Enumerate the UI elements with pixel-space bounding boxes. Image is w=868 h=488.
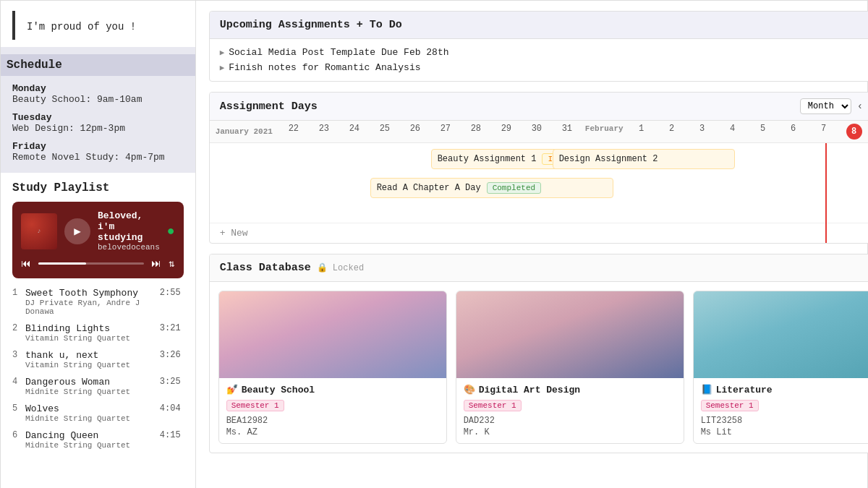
date-cell[interactable]: 25	[370, 121, 400, 142]
prev-arrow[interactable]: ‹	[857, 100, 863, 112]
calendar-controls: Month Week Day ‹ Today ›	[800, 98, 868, 114]
card-name: Beauty School	[242, 385, 315, 395]
date-cell[interactable]: 4	[718, 121, 748, 142]
month-select[interactable]: Month Week Day	[800, 98, 851, 114]
schedule-day: MondayBeauty School: 9am-10am	[12, 83, 184, 105]
upcoming-header: Upcoming Assignments + To Do	[210, 12, 868, 39]
track-name: Dancing Queen	[25, 430, 154, 441]
today-circle: 8	[846, 124, 862, 140]
skip-back-icon[interactable]: ⏮	[21, 258, 31, 270]
track-info: Sweet Tooth Symphony DJ Private Ryan, An…	[25, 288, 154, 316]
track-item[interactable]: 2 Blinding Lights Vitamin String Quartet…	[12, 320, 181, 346]
date-cell[interactable]: 6	[778, 121, 809, 142]
track-duration: 4:04	[160, 403, 181, 414]
gantt-bar[interactable]: Read A Chapter A DayCompleted	[370, 178, 613, 198]
track-info: Blinding Lights Vitamin String Quartet	[25, 323, 154, 343]
todo-list: ▶Social Media Post Template Due Feb 28th…	[210, 39, 868, 81]
class-database-section: Class Database 🔒 Locked 💅 Beauty School …	[209, 254, 868, 453]
calendar-dates-row: January 2021 22232425262728293031Februar…	[210, 121, 868, 143]
share-icon[interactable]: ⇅	[169, 257, 174, 270]
track-num: 5	[12, 403, 25, 414]
class-card[interactable]: 📘 Literature Semester 1 LIT23258 Ms Lit	[693, 291, 868, 444]
date-cell[interactable]: 2	[657, 121, 687, 142]
play-button[interactable]: ▶	[64, 218, 90, 244]
todo-item: ▶Social Media Post Template Due Feb 28th	[220, 45, 868, 60]
date-cell[interactable]: 28	[461, 121, 491, 142]
track-num: 4	[12, 377, 25, 387]
date-cell[interactable]: 24	[339, 121, 370, 142]
schedule-section: Schedule MondayBeauty School: 9am-10amTu…	[1, 47, 195, 173]
todo-arrow: ▶	[220, 48, 225, 57]
card-semester: Semester 1	[226, 400, 284, 411]
date-cell[interactable]: 1	[626, 121, 657, 142]
date-cell[interactable]: 22	[278, 121, 309, 142]
track-info: thank u, next Vitamin String Quartet	[25, 350, 154, 369]
gantt-bar-label: Read A Chapter A Day	[377, 183, 481, 193]
track-item[interactable]: 6 Dancing Queen Midnite String Quartet 4…	[12, 427, 181, 453]
card-emoji: 📘	[701, 384, 712, 395]
card-image	[694, 291, 868, 378]
track-item[interactable]: 4 Dangerous Woman Midnite String Quartet…	[12, 373, 181, 400]
track-num: 6	[12, 430, 25, 440]
card-teacher: Ms. AZ	[226, 427, 439, 437]
date-cell[interactable]: 29	[491, 121, 522, 142]
date-cell[interactable]: 8	[839, 121, 868, 142]
card-image	[219, 291, 446, 378]
card-code: DAD232	[464, 416, 676, 426]
tracks-list: 1 Sweet Tooth Symphony DJ Private Ryan, …	[12, 284, 184, 453]
card-title: 💅 Beauty School	[226, 384, 439, 395]
class-card[interactable]: 🎨 Digital Art Design Semester 1 DAD232 M…	[456, 291, 684, 444]
class-db-title: Class Database	[220, 262, 311, 274]
date-cell[interactable]: 27	[430, 121, 461, 142]
todo-text: Finish notes for Romantic Analysis	[229, 62, 420, 73]
track-info: Dangerous Woman Midnite String Quartet	[25, 377, 154, 396]
album-art: ♪	[21, 213, 57, 249]
class-db-header: Class Database 🔒 Locked	[210, 254, 868, 282]
schedule-title: Schedule	[1, 54, 195, 76]
gantt-bar[interactable]: Design Assignment 2	[553, 149, 735, 169]
track-name: Sweet Tooth Symphony	[25, 288, 154, 299]
playlist-title: Study Playlist	[12, 181, 184, 194]
skip-forward-icon[interactable]: ⏭	[151, 258, 161, 270]
track-item[interactable]: 5 Wolves Midnite String Quartet 4:04	[12, 400, 181, 427]
date-cell[interactable]: 30	[522, 121, 552, 142]
track-artist: Midnite String Quartet	[25, 388, 154, 396]
add-new-button[interactable]: + New	[210, 223, 868, 243]
card-semester: Semester 1	[464, 400, 522, 411]
class-card[interactable]: 💅 Beauty School Semester 1 BEA12982 Ms. …	[218, 291, 447, 444]
date-cell[interactable]: 3	[687, 121, 718, 142]
player-controls: ⏮ ⏭ ⇅	[21, 257, 175, 270]
schedule-day: TuesdayWeb Design: 12pm-3pm	[12, 112, 184, 134]
card-body: 🎨 Digital Art Design Semester 1 DAD232 M…	[456, 378, 684, 443]
calendar-title: Assignment Days	[220, 100, 318, 113]
card-name: Digital Art Design	[479, 385, 580, 395]
card-teacher: Ms Lit	[701, 427, 868, 437]
date-cell[interactable]: 26	[400, 121, 430, 142]
track-item[interactable]: 1 Sweet Tooth Symphony DJ Private Ryan, …	[12, 284, 181, 320]
track-artist: Vitamin String Quartet	[25, 361, 154, 369]
card-title: 📘 Literature	[701, 384, 868, 395]
upcoming-title: Upcoming Assignments + To Do	[220, 19, 868, 31]
month-label-feb: February	[582, 121, 626, 142]
card-emoji: 💅	[226, 384, 238, 395]
date-cell[interactable]: 5	[748, 121, 778, 142]
card-name: Literature	[716, 385, 773, 395]
date-cell[interactable]: 7	[809, 121, 839, 142]
todo-arrow: ▶	[220, 63, 225, 72]
track-duration: 3:21	[160, 323, 181, 333]
track-name: Wolves	[25, 403, 154, 414]
calendar-header-row: Assignment Days Month Week Day ‹ Today ›	[210, 93, 868, 121]
date-cell[interactable]: 23	[309, 121, 339, 142]
progress-bar[interactable]	[38, 262, 144, 265]
gantt-bars: Beauty Assignment 1In progressDesign Ass…	[210, 143, 868, 223]
date-cell[interactable]: 31	[552, 121, 582, 142]
song-name: Beloved, i'm studying	[98, 210, 160, 243]
month-label-jan: January 2021	[210, 124, 278, 140]
track-info: Dancing Queen Midnite String Quartet	[25, 430, 154, 450]
track-duration: 3:26	[160, 350, 181, 360]
spotify-player: ♪ ▶ Beloved, i'm studying belovedoceans …	[12, 202, 184, 278]
track-item[interactable]: 3 thank u, next Vitamin String Quartet 3…	[12, 346, 181, 373]
play-icon: ▶	[74, 224, 81, 239]
status-badge: Completed	[487, 182, 541, 194]
track-artist: Vitamin String Quartet	[25, 334, 154, 343]
